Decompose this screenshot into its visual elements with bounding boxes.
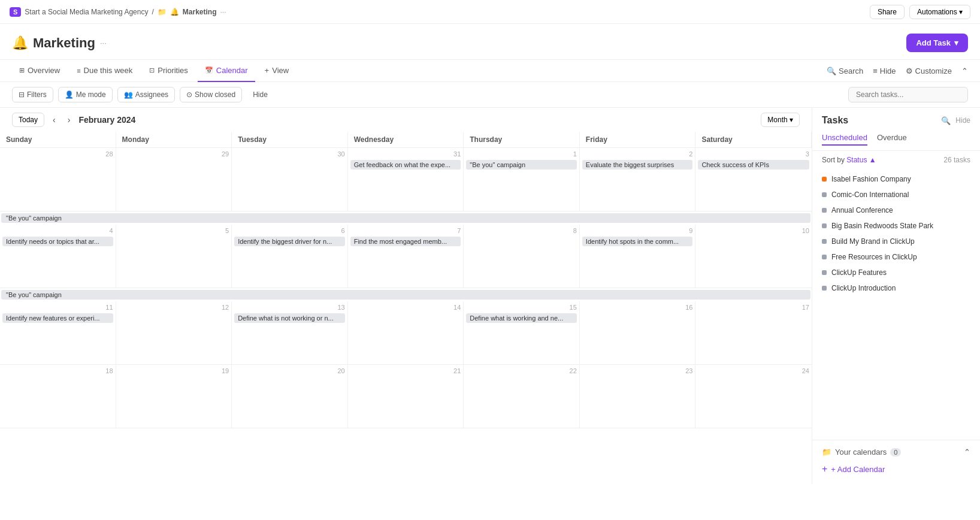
task-item[interactable]: Build My Brand in ClickUp [812,234,980,249]
collapse-icon: ⌃ [961,66,968,75]
page-title: Marketing [33,35,95,51]
search-tasks-input[interactable] [848,87,968,102]
event-identify-hotspots[interactable]: Identify hot spots in the comm... [582,237,693,246]
nav-right: 🔍 Search ≡ Hide ⚙ Customize ⌃ [827,66,968,75]
date-2: 2 [582,150,693,158]
date-9: 9 [582,227,693,234]
tab-view-label: View [272,66,289,75]
day-cell-9: 9 Identify hot spots in the comm... [580,225,696,288]
event-evaluate-surprises[interactable]: Evaluate the biggest surprises [582,160,693,170]
day-cell-31: 31 Get feedback on what the expe... [348,148,464,211]
day-cell-14: 14 [348,301,464,364]
task-dot-gray [822,270,827,275]
day-cell-6: 6 Identify the biggest driver for n... [232,225,348,288]
event-define-not-working[interactable]: Define what is not working or n... [234,313,345,323]
week1-banner-row: "Be you" campaign [0,211,812,225]
customize-button[interactable]: ⚙ Customize [906,66,952,75]
search-nav-button[interactable]: 🔍 Search [827,66,863,75]
event-identify-new-features[interactable]: Identify new features or experi... [2,313,113,323]
date-3: 3 [698,150,809,158]
day-header-friday: Friday [580,132,696,147]
date-30: 30 [234,150,345,158]
breadcrumb: S Start a Social Media Marketing Agency … [10,7,226,17]
automations-chevron: ▾ [959,8,963,16]
event-define-working[interactable]: Define what is working and ne... [466,313,577,323]
workspace-icon: S [10,7,21,17]
task-item[interactable]: ClickUp Features [812,265,980,280]
main-layout: Today ‹ › February 2024 Month ▾ Sunday M… [0,108,980,484]
prev-month-button[interactable]: ‹ [49,114,59,126]
task-item[interactable]: Big Basin Redwoods State Park [812,218,980,234]
share-button[interactable]: Share [870,5,905,19]
workspace-name[interactable]: Start a Social Media Marketing Agency [25,8,148,16]
event-find-engaged[interactable]: Find the most engaged memb... [350,237,461,246]
show-closed-icon: ⊙ [186,90,192,99]
today-button[interactable]: Today [12,113,44,127]
event-identify-driver[interactable]: Identify the biggest driver for n... [234,237,345,246]
filters-label: Filters [27,90,47,99]
task-item[interactable]: Annual Conference [812,202,980,218]
page-icon: 🔔 [12,35,28,51]
overview-icon: ⊞ [19,66,25,74]
hide-button[interactable]: Hide [247,87,274,102]
task-item[interactable]: Comic-Con International [812,187,980,202]
task-item[interactable]: ClickUp Introduction [812,280,980,296]
tasks-search-icon[interactable]: 🔍 [941,116,951,125]
day-header-saturday: Saturday [695,132,812,147]
task-dot-gray [822,223,827,228]
folder-icon: 📁 [158,8,167,16]
show-closed-button[interactable]: ⊙ Show closed [180,87,242,102]
tab-view-add[interactable]: + View [258,60,297,82]
page-header: 🔔 Marketing ··· Add Task ▾ [0,24,980,60]
tab-overdue[interactable]: Overdue [877,131,907,146]
task-item[interactable]: Isabel Fashion Company [812,171,980,187]
filters-button[interactable]: ⊟ Filters [12,87,53,102]
date-4: 4 [2,227,113,234]
tab-unscheduled[interactable]: Unscheduled [822,131,867,146]
tab-calendar[interactable]: 📅 Calendar [198,60,255,82]
hide-nav-button[interactable]: ≡ Hide [873,66,896,75]
day-header-tuesday: Tuesday [232,132,348,147]
add-task-button[interactable]: Add Task ▾ [906,34,968,52]
next-month-button[interactable]: › [64,114,74,126]
day-cell-20: 20 [232,365,348,428]
tasks-hide-label[interactable]: Hide [955,116,970,125]
view-add-icon: + [265,66,270,75]
tab-overview[interactable]: ⊞ Overview [12,60,67,82]
event-check-kpis[interactable]: Check success of KPIs [698,160,809,170]
day-cell-11: 11 Identify new features or experi... [0,301,116,364]
date-10: 10 [698,227,809,234]
automations-button[interactable]: Automations ▾ [909,5,970,19]
collapse-button[interactable]: ⌃ [961,66,968,75]
assignees-button[interactable]: 👥 Assignees [117,87,175,102]
project-dots[interactable]: ··· [220,8,226,16]
sort-status[interactable]: Status ▲ [846,156,876,164]
project-name[interactable]: Marketing [183,8,217,16]
task-name: Free Resources in ClickUp [831,253,917,261]
event-get-feedback[interactable]: Get feedback on what the expe... [350,160,461,170]
event-identify-needs[interactable]: Identify needs or topics that ar... [2,237,113,246]
task-dot-gray [822,239,827,244]
calendars-collapse-icon[interactable]: ⌃ [964,448,970,456]
date-21: 21 [350,367,461,374]
calendar-week-0: 28 29 30 31 Get feedback on what the exp… [0,148,812,211]
task-name: Build My Brand in ClickUp [831,237,915,246]
be-you-banner-week2[interactable]: "Be you" campaign [1,290,810,300]
day-cell-21: 21 [348,365,464,428]
me-mode-button[interactable]: 👤 Me mode [58,87,113,102]
tasks-header: Tasks 🔍 Hide [812,108,980,131]
task-name: Comic-Con International [831,191,909,199]
date-19: 19 [119,367,229,374]
month-view-select[interactable]: Month ▾ [761,113,800,127]
event-be-you-feb1[interactable]: "Be you" campaign [466,160,577,170]
tab-due-this-week[interactable]: ≡ Due this week [69,60,140,82]
calendars-count: 0 [890,448,901,456]
tab-priorities[interactable]: ⊡ Priorities [142,60,195,82]
page-menu-dots[interactable]: ··· [100,38,107,47]
date-22: 22 [466,367,577,374]
day-cell-15: 15 Define what is working and ne... [464,301,580,364]
be-you-banner-week1[interactable]: "Be you" campaign [1,213,810,223]
add-calendar-button[interactable]: + + Add Calendar [822,461,970,477]
add-calendar-label: + Add Calendar [831,465,885,474]
task-item[interactable]: Free Resources in ClickUp [812,249,980,265]
